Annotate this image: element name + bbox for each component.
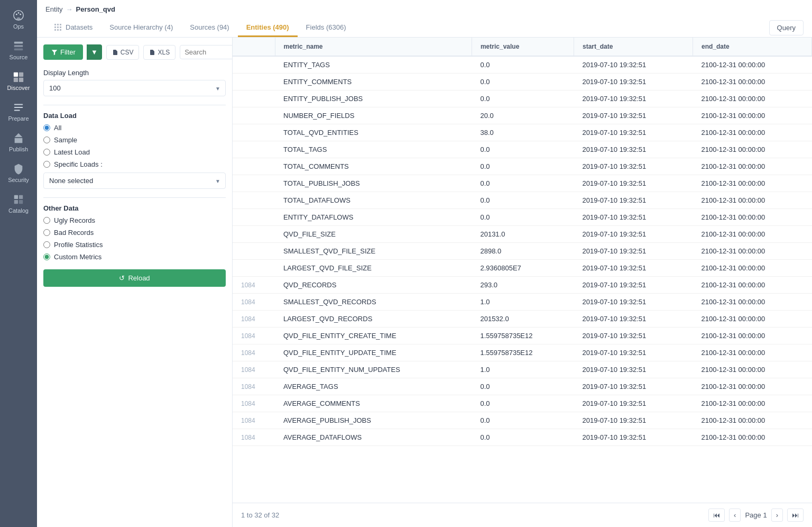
xls-button[interactable]: XLS <box>143 45 176 60</box>
table-row: 1084 QVD_FILE_ENTITY_NUM_UPDATES 1.0 201… <box>233 361 812 378</box>
sidebar-item-security[interactable]: Security <box>0 158 37 188</box>
cell-start-date: 2019-07-10 19:32:51 <box>574 209 693 226</box>
specific-loads-select-wrap: None selected <box>43 172 226 189</box>
next-page-button[interactable]: › <box>771 508 783 522</box>
other-data-radio-group: Ugly Records Bad Records Profile Statist… <box>43 216 226 261</box>
first-page-button[interactable]: ⏮ <box>708 508 725 522</box>
radio-all[interactable]: All <box>43 124 226 132</box>
display-length-select[interactable]: 10 25 50 100 200 <box>43 80 226 96</box>
radio-profile-statistics-input[interactable] <box>43 241 50 248</box>
cell-metric-name: QVD_FILE_ENTITY_CREATE_TIME <box>275 328 472 344</box>
prev-page-button[interactable]: ‹ <box>729 508 741 522</box>
last-page-button[interactable]: ⏭ <box>787 508 804 522</box>
tab-datasets[interactable]: Datasets <box>45 19 101 37</box>
tab-fields[interactable]: Fields (6306) <box>298 19 355 37</box>
cell-metric-value: 2898.0 <box>472 243 574 260</box>
cell-start-date: 2019-07-10 19:32:51 <box>574 429 693 446</box>
cell-id <box>233 226 275 243</box>
radio-bad-records[interactable]: Bad Records <box>43 229 226 237</box>
radio-profile-statistics[interactable]: Profile Statistics <box>43 241 226 249</box>
cell-metric-name: TOTAL_QVD_ENTITIES <box>275 124 472 141</box>
svg-rect-7 <box>14 72 18 77</box>
sidebar-item-catalog[interactable]: Catalog <box>0 188 37 219</box>
query-button[interactable]: Query <box>769 20 804 35</box>
breadcrumb-parent[interactable]: Entity <box>45 5 63 13</box>
cell-start-date: 2019-07-10 19:32:51 <box>574 311 693 328</box>
section-divider-1 <box>43 105 226 105</box>
radio-sample-input[interactable] <box>43 137 50 143</box>
radio-ugly-records[interactable]: Ugly Records <box>43 216 226 224</box>
sidebar-label-discover: Discover <box>7 85 30 91</box>
sidebar-item-prepare[interactable]: Prepare <box>0 96 37 127</box>
radio-sample[interactable]: Sample <box>43 136 226 144</box>
radio-latest-load-input[interactable] <box>43 149 50 156</box>
reload-button[interactable]: ↺ Reload <box>43 269 226 287</box>
breadcrumb-arrow: → <box>66 5 73 13</box>
col-header-end-date[interactable]: end_date <box>693 38 812 56</box>
cell-id <box>233 243 275 260</box>
cell-end-date: 2100-12-31 00:00:00 <box>693 141 812 158</box>
radio-latest-load[interactable]: Latest Load <box>43 148 226 156</box>
filter-panel: Filter ▼ CSV XLS <box>37 38 233 527</box>
table-row: TOTAL_PUBLISH_JOBS 0.0 2019-07-10 19:32:… <box>233 175 812 192</box>
tab-source-hierarchy[interactable]: Source Hierarchy (4) <box>101 19 181 37</box>
cell-metric-value: 0.0 <box>472 90 574 107</box>
csv-button[interactable]: CSV <box>106 45 140 60</box>
cell-start-date: 2019-07-10 19:32:51 <box>574 107 693 124</box>
cell-metric-value: 0.0 <box>472 378 574 395</box>
svg-point-3 <box>20 14 21 15</box>
tab-sources[interactable]: Sources (94) <box>181 19 237 37</box>
filter-dropdown-button[interactable]: ▼ <box>87 44 102 60</box>
cell-metric-name: QVD_RECORDS <box>275 277 472 294</box>
table-row: SMALLEST_QVD_FILE_SIZE 2898.0 2019-07-10… <box>233 243 812 260</box>
cell-id: 1084 <box>233 412 275 429</box>
other-data-section: Other Data Ugly Records Bad Records Prof… <box>43 204 226 261</box>
cell-end-date: 2100-12-31 00:00:00 <box>693 260 812 277</box>
tab-entities[interactable]: Entities (490) <box>238 19 298 37</box>
col-header-metric-value[interactable]: metric_value <box>472 38 574 56</box>
publish-icon <box>13 132 24 144</box>
radio-custom-metrics[interactable]: Custom Metrics <box>43 253 226 261</box>
cell-id: 1084 <box>233 361 275 378</box>
palette-icon <box>13 10 24 21</box>
radio-specific-loads[interactable]: Specific Loads : <box>43 160 226 168</box>
cell-start-date: 2019-07-10 19:32:51 <box>574 344 693 361</box>
cell-metric-value: 1.0 <box>472 361 574 378</box>
radio-ugly-records-input[interactable] <box>43 217 50 224</box>
sidebar-item-publish[interactable]: Publish <box>0 127 37 158</box>
radio-bad-records-input[interactable] <box>43 229 50 236</box>
col-header-metric-name[interactable]: metric_name <box>275 38 472 56</box>
cell-metric-value: 201532.0 <box>472 311 574 328</box>
radio-specific-loads-input[interactable] <box>43 161 50 168</box>
cell-metric-value: 38.0 <box>472 124 574 141</box>
xls-icon <box>149 49 155 56</box>
table-area[interactable]: metric_name metric_value start_date end_… <box>233 38 812 503</box>
sidebar-item-discover[interactable]: Discover <box>0 66 37 96</box>
radio-custom-metrics-input[interactable] <box>43 253 50 260</box>
datasets-icon <box>54 23 62 31</box>
col-header-start-date[interactable]: start_date <box>574 38 693 56</box>
cell-metric-value: 0.0 <box>472 141 574 158</box>
cell-start-date: 2019-07-10 19:32:51 <box>574 260 693 277</box>
table-row: 1084 QVD_RECORDS 293.0 2019-07-10 19:32:… <box>233 277 812 294</box>
table-row: LARGEST_QVD_FILE_SIZE 2.9360805E7 2019-0… <box>233 260 812 277</box>
search-input[interactable] <box>184 48 233 56</box>
discover-icon <box>13 71 24 83</box>
cell-id <box>233 209 275 226</box>
svg-point-1 <box>16 14 17 15</box>
cell-id <box>233 175 275 192</box>
filter-button[interactable]: Filter <box>43 44 83 60</box>
sidebar-item-source[interactable]: Source <box>0 35 37 66</box>
sidebar-item-ops[interactable]: Ops <box>0 4 37 35</box>
cell-end-date: 2100-12-31 00:00:00 <box>693 124 812 141</box>
cell-metric-value: 0.0 <box>472 395 574 412</box>
other-data-title: Other Data <box>43 204 226 212</box>
cell-metric-name: SMALLEST_QVD_RECORDS <box>275 294 472 311</box>
cell-end-date: 2100-12-31 00:00:00 <box>693 226 812 243</box>
cell-id <box>233 56 275 74</box>
specific-loads-select[interactable]: None selected <box>43 172 226 189</box>
cell-metric-name: TOTAL_DATAFLOWS <box>275 192 472 209</box>
display-length-label: Display Length <box>43 69 226 77</box>
cell-end-date: 2100-12-31 00:00:00 <box>693 277 812 294</box>
radio-all-input[interactable] <box>43 124 50 131</box>
